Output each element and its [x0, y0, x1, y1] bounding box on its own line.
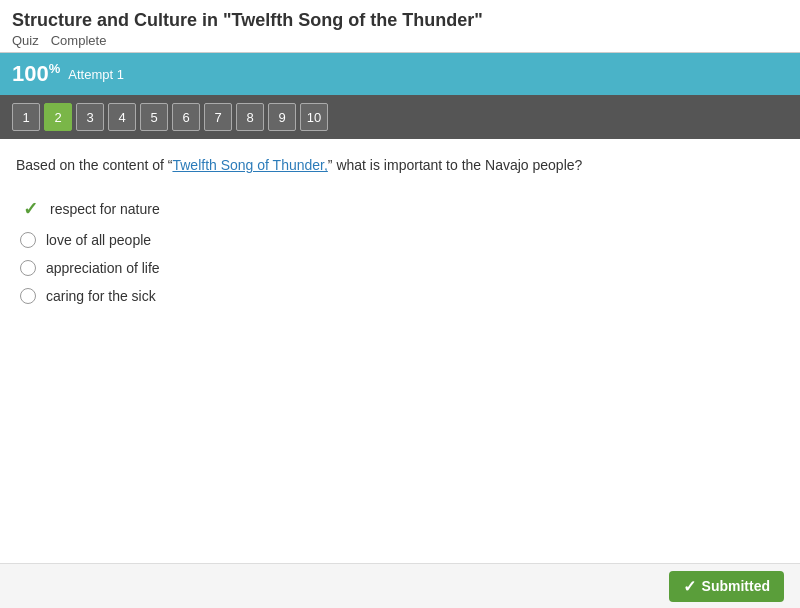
percent-symbol: % [49, 61, 61, 76]
question-text: Based on the content of “Twelfth Song of… [16, 155, 784, 176]
score-percent: 100% [12, 61, 60, 87]
question-text-after-link: ” what is important to the Navajo people… [328, 157, 582, 173]
nav-btn-10[interactable]: 10 [300, 103, 328, 131]
nav-btn-2[interactable]: 2 [44, 103, 72, 131]
question-nav: 1 2 3 4 5 6 7 8 9 10 [0, 95, 800, 139]
question-link[interactable]: Twelfth Song of Thunder, [172, 157, 327, 173]
radio-circle-icon [20, 232, 36, 248]
page-header: Structure and Culture in "Twelfth Song o… [0, 0, 800, 53]
attempt-label: Attempt 1 [68, 67, 124, 82]
radio-circle-icon [20, 288, 36, 304]
quiz-status-label: Complete [51, 33, 107, 48]
main-content: Based on the content of “Twelfth Song of… [0, 139, 800, 320]
quiz-type-label: Quiz [12, 33, 39, 48]
nav-btn-4[interactable]: 4 [108, 103, 136, 131]
nav-btn-5[interactable]: 5 [140, 103, 168, 131]
nav-btn-8[interactable]: 8 [236, 103, 264, 131]
radio-circle-icon [20, 260, 36, 276]
option-1-text: respect for nature [50, 201, 160, 217]
nav-btn-1[interactable]: 1 [12, 103, 40, 131]
page-title: Structure and Culture in "Twelfth Song o… [12, 10, 788, 31]
answer-option-3[interactable]: appreciation of life [16, 254, 784, 282]
correct-checkmark-icon: ✓ [20, 198, 40, 220]
answer-option-4[interactable]: caring for the sick [16, 282, 784, 310]
submitted-label: Submitted [702, 578, 770, 594]
nav-btn-7[interactable]: 7 [204, 103, 232, 131]
option-2-text: love of all people [46, 232, 151, 248]
footer: ✓ Submitted [0, 563, 800, 608]
option-3-text: appreciation of life [46, 260, 160, 276]
header-meta: Quiz Complete [12, 33, 788, 48]
answer-option-2[interactable]: love of all people [16, 226, 784, 254]
option-4-text: caring for the sick [46, 288, 156, 304]
score-bar: 100% Attempt 1 [0, 53, 800, 95]
submitted-badge: ✓ Submitted [669, 571, 784, 602]
percent-value: 100 [12, 61, 49, 86]
answer-option-1[interactable]: ✓ respect for nature [16, 192, 784, 226]
nav-btn-6[interactable]: 6 [172, 103, 200, 131]
nav-btn-3[interactable]: 3 [76, 103, 104, 131]
question-text-before-link: Based on the content of “ [16, 157, 172, 173]
nav-btn-9[interactable]: 9 [268, 103, 296, 131]
submitted-check-icon: ✓ [683, 577, 696, 596]
